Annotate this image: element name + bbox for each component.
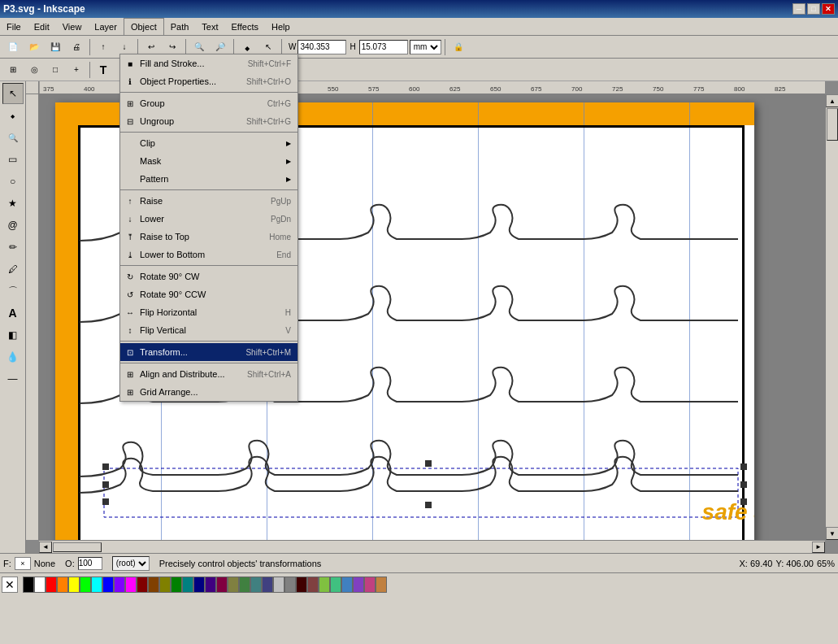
menu-ungroup[interactable]: ⊟ Ungroup Shift+Ctrl+G: [120, 112, 297, 130]
color-swatch[interactable]: [239, 577, 250, 593]
menu-raise-top[interactable]: ⤒ Raise to Top Home: [120, 228, 297, 246]
text-tool[interactable]: A: [2, 302, 24, 324]
menu-grid-arrange[interactable]: ⊞ Grid Arrange...: [120, 383, 297, 401]
handle-bc[interactable]: [425, 502, 432, 508]
handle-bl[interactable]: [102, 498, 109, 505]
color-swatch[interactable]: [91, 577, 102, 593]
no-paint-swatch[interactable]: ✕: [2, 577, 18, 593]
scroll-left-button[interactable]: ◄: [39, 542, 52, 553]
color-swatch[interactable]: [193, 577, 205, 593]
menu-raise[interactable]: ↑ Raise PgUp: [120, 192, 297, 210]
fill-swatch[interactable]: ×: [15, 557, 31, 570]
scroll-thumb[interactable]: [827, 108, 838, 141]
color-swatch[interactable]: [376, 577, 387, 593]
menu-effects[interactable]: Effects: [225, 18, 265, 35]
menu-flip-v[interactable]: ↕ Flip Vertical V: [120, 321, 297, 339]
bottom-scrollbar[interactable]: ◄ ►: [39, 540, 825, 553]
handle-tc[interactable]: [425, 460, 432, 467]
color-swatch[interactable]: [159, 577, 171, 593]
color-swatch[interactable]: [216, 577, 228, 593]
color-swatch[interactable]: [137, 577, 148, 593]
color-swatch[interactable]: [284, 577, 296, 593]
menu-flip-h[interactable]: ↔ Flip Horizontal H: [120, 303, 297, 321]
snap-button[interactable]: ⊞: [3, 61, 23, 79]
menu-file[interactable]: File: [0, 18, 28, 35]
select-tool[interactable]: ↖: [2, 83, 24, 104]
color-swatch[interactable]: [262, 577, 273, 593]
color-swatch[interactable]: [353, 577, 364, 593]
calligraphy-tool[interactable]: ⌒: [2, 281, 24, 302]
menu-help[interactable]: Help: [265, 18, 297, 35]
menu-view[interactable]: View: [56, 18, 89, 35]
open-button[interactable]: 📂: [24, 38, 44, 56]
menu-clip[interactable]: Clip ▶: [120, 134, 297, 152]
import-button[interactable]: ↑: [93, 38, 113, 56]
color-swatch[interactable]: [171, 577, 182, 593]
color-swatch[interactable]: [57, 577, 68, 593]
color-swatch[interactable]: [330, 577, 341, 593]
snap-center-button[interactable]: +: [67, 61, 86, 79]
color-swatch[interactable]: [273, 577, 284, 593]
handle-tl[interactable]: [102, 463, 109, 470]
scroll-up-button[interactable]: ▲: [826, 94, 838, 107]
unit-select[interactable]: mm px cm in: [410, 40, 441, 54]
handle-tr[interactable]: [740, 463, 747, 470]
h-input[interactable]: [359, 40, 408, 54]
menu-lower[interactable]: ↓ Lower PgDn: [120, 210, 297, 228]
menu-lower-bottom[interactable]: ⤓ Lower to Bottom End: [120, 246, 297, 263]
menu-rotate-ccw[interactable]: ↺ Rotate 90° CCW: [120, 285, 297, 303]
color-swatch[interactable]: [68, 577, 80, 593]
scroll-down-button[interactable]: ▼: [826, 527, 838, 540]
color-swatch[interactable]: [34, 577, 46, 593]
pencil-tool[interactable]: ✏: [2, 237, 24, 258]
menu-path[interactable]: Path: [164, 18, 196, 35]
close-button[interactable]: ✕: [822, 3, 835, 15]
menu-pattern[interactable]: Pattern ▶: [120, 170, 297, 188]
scroll-right-button[interactable]: ►: [812, 542, 825, 553]
color-swatch[interactable]: [125, 577, 137, 593]
color-swatch[interactable]: [341, 577, 353, 593]
opacity-input[interactable]: [78, 557, 102, 570]
handle-ml[interactable]: [102, 481, 109, 488]
color-swatch[interactable]: [23, 577, 34, 593]
color-swatch[interactable]: [148, 577, 159, 593]
color-swatch[interactable]: [250, 577, 262, 593]
snap-node-button[interactable]: ◎: [24, 61, 44, 79]
color-swatch[interactable]: [182, 577, 193, 593]
color-swatch[interactable]: [102, 577, 114, 593]
circle-tool[interactable]: ○: [2, 171, 24, 192]
h-scroll-thumb[interactable]: [53, 542, 102, 552]
menu-object-properties[interactable]: ℹ Object Properties... Shift+Ctrl+O: [120, 72, 297, 90]
spiral-tool[interactable]: @: [2, 215, 24, 236]
color-swatch[interactable]: [319, 577, 330, 593]
save-button[interactable]: 💾: [46, 38, 65, 56]
star-tool[interactable]: ★: [2, 193, 24, 214]
print-button[interactable]: 🖨: [67, 38, 86, 56]
color-swatch[interactable]: [205, 577, 216, 593]
layer-select[interactable]: (root): [112, 556, 150, 571]
color-swatch[interactable]: [114, 577, 125, 593]
menu-fill-stroke[interactable]: ■ Fill and Stroke... Shift+Ctrl+F: [120, 54, 297, 72]
w-input[interactable]: [297, 40, 346, 54]
snap-bbox-button[interactable]: □: [46, 61, 65, 79]
menu-object[interactable]: Object: [124, 18, 164, 35]
gradient-tool[interactable]: ◧: [2, 324, 24, 346]
menu-transform[interactable]: ⊡ Transform... Shift+Ctrl+M: [120, 343, 297, 361]
menu-text[interactable]: Text: [195, 18, 224, 35]
new-button[interactable]: 📄: [3, 38, 23, 56]
color-swatch[interactable]: [46, 577, 57, 593]
dropper-tool[interactable]: 💧: [2, 346, 24, 368]
color-swatch[interactable]: [307, 577, 319, 593]
maximize-button[interactable]: □: [807, 3, 820, 15]
color-swatch[interactable]: [228, 577, 239, 593]
menu-layer[interactable]: Layer: [88, 18, 124, 35]
color-swatch[interactable]: [296, 577, 307, 593]
lock-ratio-button[interactable]: 🔒: [449, 38, 468, 56]
pen-tool[interactable]: 🖊: [2, 259, 24, 280]
color-swatch[interactable]: [80, 577, 91, 593]
menu-rotate-cw[interactable]: ↻ Rotate 90° CW: [120, 268, 297, 285]
minimize-button[interactable]: ─: [792, 3, 805, 15]
menu-edit[interactable]: Edit: [28, 18, 56, 35]
handle-mr[interactable]: [740, 481, 747, 488]
zoom-tool[interactable]: 🔍: [2, 127, 24, 148]
